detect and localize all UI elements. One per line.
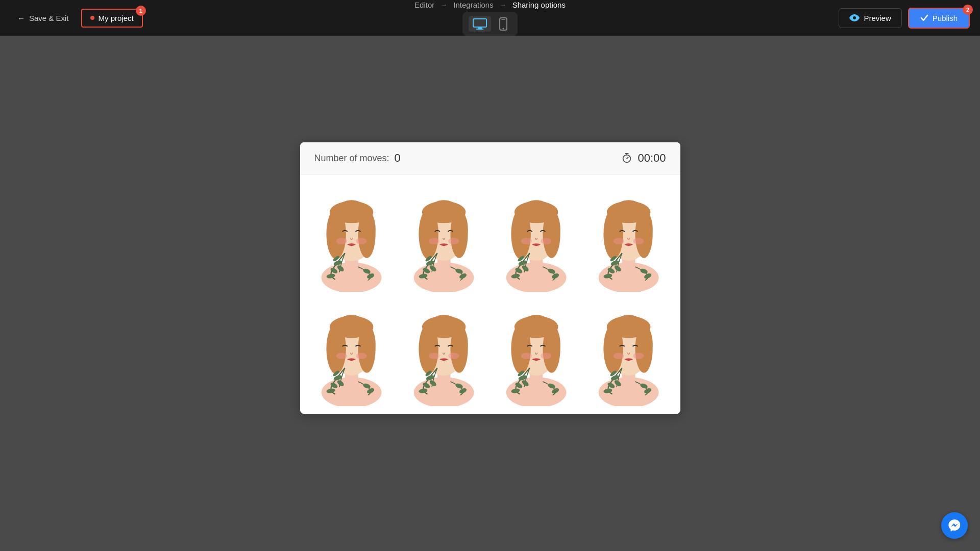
list-item[interactable] (490, 180, 582, 294)
timer-section: 00:00 (621, 152, 666, 165)
card-illustration-4 (585, 182, 672, 291)
breadcrumb: Editor → Integrations → Sharing options (414, 1, 566, 9)
messenger-button[interactable] (941, 512, 968, 539)
svg-point-98 (422, 316, 466, 338)
game-panel: Number of moves: 0 00:00 (300, 142, 680, 413)
svg-rect-0 (473, 19, 486, 27)
svg-point-6 (853, 16, 856, 19)
navbar-center: Editor → Integrations → Sharing options (414, 1, 566, 36)
breadcrumb-arrow-1: → (440, 1, 447, 9)
view-toggle (462, 12, 518, 36)
preview-button[interactable]: Preview (839, 8, 901, 28)
card-illustration-8 (585, 297, 672, 406)
list-item[interactable] (490, 294, 582, 409)
save-exit-label: Save & Exit (29, 14, 69, 22)
svg-point-83 (336, 353, 347, 359)
svg-point-18 (329, 202, 373, 223)
list-item[interactable] (305, 180, 398, 294)
svg-point-115 (521, 353, 532, 359)
list-item[interactable] (398, 180, 490, 294)
svg-point-52 (541, 238, 551, 245)
svg-point-68 (633, 238, 644, 245)
publish-label: Publish (933, 14, 958, 22)
back-arrow-icon: ← (17, 14, 25, 22)
list-item[interactable] (582, 180, 675, 294)
moves-count: 0 (395, 152, 401, 165)
card-illustration-7 (493, 297, 580, 406)
desktop-icon (473, 18, 487, 30)
moves-label: Number of moves: (314, 153, 389, 164)
navbar-right: Preview Publish 2 (839, 8, 970, 29)
desktop-view-button[interactable] (469, 16, 491, 32)
check-icon (920, 14, 928, 22)
svg-point-34 (422, 202, 466, 223)
svg-point-116 (541, 353, 551, 359)
card-illustration-1 (308, 182, 395, 291)
svg-point-131 (614, 353, 624, 359)
card-illustration-3 (493, 182, 580, 291)
svg-point-50 (514, 202, 558, 223)
svg-point-20 (356, 238, 366, 245)
svg-point-19 (336, 238, 347, 245)
breadcrumb-sharing-options[interactable]: Sharing options (512, 1, 566, 9)
card-illustration-6 (400, 297, 487, 406)
project-dot-icon (90, 16, 94, 20)
list-item[interactable] (398, 294, 490, 409)
breadcrumb-integrations[interactable]: Integrations (453, 1, 493, 9)
card-illustration-2 (400, 182, 487, 291)
project-badge: 1 (136, 6, 146, 16)
svg-point-67 (614, 238, 624, 245)
mobile-icon (499, 17, 507, 31)
game-header: Number of moves: 0 00:00 (300, 142, 680, 174)
list-item[interactable] (305, 294, 398, 409)
project-name-label: My project (99, 14, 134, 22)
breadcrumb-editor[interactable]: Editor (414, 1, 434, 9)
card-grid (300, 174, 680, 413)
svg-point-132 (633, 353, 644, 359)
mobile-view-button[interactable] (495, 15, 511, 33)
svg-point-100 (448, 353, 459, 359)
svg-point-114 (514, 316, 558, 338)
main-content: Number of moves: 0 00:00 (0, 36, 980, 551)
svg-point-66 (607, 202, 651, 223)
preview-label: Preview (864, 14, 891, 22)
publish-button[interactable]: Publish 2 (908, 8, 970, 29)
svg-point-130 (607, 316, 651, 338)
moves-section: Number of moves: 0 (314, 152, 401, 165)
svg-point-35 (428, 238, 439, 245)
svg-point-36 (448, 238, 459, 245)
save-exit-button[interactable]: ← Save & Exit (10, 10, 76, 27)
list-item[interactable] (582, 294, 675, 409)
svg-point-82 (329, 316, 373, 338)
navbar: ← Save & Exit My project 1 Editor → Inte… (0, 0, 980, 36)
publish-badge: 2 (963, 5, 973, 15)
messenger-icon (947, 518, 962, 533)
navbar-left: ← Save & Exit My project 1 (10, 9, 143, 28)
card-illustration-5 (308, 297, 395, 406)
timer-display: 00:00 (638, 152, 666, 165)
svg-point-99 (428, 353, 439, 359)
svg-point-4 (502, 28, 504, 29)
svg-point-84 (356, 353, 366, 359)
timer-icon (621, 153, 632, 164)
svg-point-51 (521, 238, 532, 245)
eye-icon (849, 14, 860, 21)
svg-line-10 (627, 158, 628, 159)
breadcrumb-arrow-2: → (500, 1, 506, 9)
project-name-button[interactable]: My project 1 (81, 9, 143, 28)
